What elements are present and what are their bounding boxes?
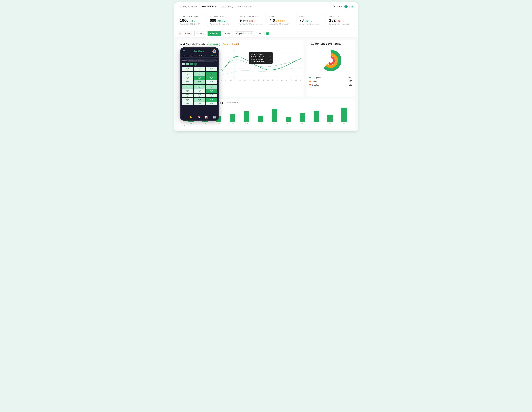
phone-logo: AppWork — [193, 50, 204, 53]
phone-footer: ⌂ ✋ 📅 📊 🏢 — [180, 114, 218, 120]
filter-tab-custom[interactable]: Custom — [183, 31, 195, 36]
stat-change-emergencies: +25% — [337, 20, 341, 22]
phone-footer-hand[interactable]: ✋ — [189, 116, 192, 118]
tooltip-dot-1 — [251, 58, 252, 60]
phone-grid: 0101001020010300111001121011360201002026… — [180, 67, 218, 105]
phone-nav-breakdown[interactable]: Unit Breakdown — [209, 55, 218, 57]
phone-cell: 03011 — [182, 85, 193, 89]
stat-compare-callbacks: Compared to (100 last month) — [299, 23, 322, 25]
phone-cell: 0502 — [194, 102, 205, 105]
legend-tab-open[interactable]: Open — [221, 43, 229, 46]
phone-header: AppWork 👤 — [180, 48, 218, 54]
bar-label: Sep — [301, 123, 304, 124]
filter-bar: 📅 Custom 3 Months 6 Months All Time Prop… — [174, 30, 358, 38]
bar — [314, 111, 319, 122]
donut-dot-created — [309, 84, 311, 86]
donut-label-completed: Completed — [312, 77, 322, 79]
chart-legend-tabs: Completed Open Created — [207, 43, 240, 46]
phone-legend-0: 0 — [182, 63, 185, 66]
phone-cell: 02038 — [206, 76, 217, 80]
stat-label-ratings: Ratings — [269, 15, 293, 17]
export-grid-icon[interactable]: ⊞ — [351, 5, 353, 8]
phone-nav-apprent[interactable]: AppRent Stats — [199, 55, 208, 57]
donut-legend-open: Open 200 — [309, 80, 352, 82]
legend-tab-created[interactable]: Created — [231, 43, 240, 46]
bar — [230, 114, 236, 122]
bar — [272, 109, 277, 122]
nav-work-orders[interactable]: Work Orders — [202, 5, 216, 8]
donut-chart-title: Total Work Orders by Properties — [309, 43, 352, 45]
tooltip-dot-0 — [251, 56, 252, 57]
phone-search-icon[interactable]: 🔍 — [215, 59, 217, 61]
main-content: Work Orders by Property Completed Open C… — [174, 38, 358, 131]
x-axis-labels: 1213141516 1718192021 2223242526 2728293… — [216, 79, 302, 81]
phone-cell: 01030 — [206, 67, 217, 71]
phone-cell: 04030 — [206, 94, 217, 97]
property-filter[interactable]: Property: ⌂ ⌂ ▼ — [234, 31, 254, 36]
stat-card-open: Open Work Orders 600 +101% ▲ Compared to… — [207, 13, 235, 27]
phone-cell: 04121 — [194, 98, 205, 102]
app-container: Property Summary Work Orders Make Ready … — [174, 2, 358, 131]
donut-label-created: Created — [312, 84, 319, 86]
bar-col: Sep — [296, 113, 309, 125]
phone-cell: 03120 — [194, 89, 205, 93]
nav-export: Export as: 👤 | ⊞ — [334, 5, 353, 8]
stat-compare-avg: Compared to (12 days last month) — [239, 23, 263, 25]
stat-arrow-open: ▲ — [224, 20, 226, 22]
phone-footer-home[interactable]: ⌂ — [183, 116, 184, 118]
phone-cell: 02124 — [194, 80, 205, 84]
hamburger-icon[interactable] — [183, 50, 185, 52]
phone-cell: 04020 — [194, 94, 205, 97]
phone-search-input[interactable] — [187, 59, 215, 62]
phone-footer-build[interactable]: 🏢 — [213, 116, 216, 118]
tooltip-row-0: Andover Woods 1 — [251, 56, 271, 58]
bar-col: Jun — [254, 115, 267, 124]
tooltip-label-1: Vermont Park — [253, 58, 269, 60]
export-person-icon[interactable]: 👤 — [344, 5, 348, 8]
export-bar-label: Export as: — [256, 32, 265, 35]
nav-property-summary[interactable]: Property Summary — [179, 5, 197, 8]
phone-footer-cal[interactable]: 📅 — [197, 116, 200, 118]
tooltip-box: March 14th 2020 Andover Woods 1 Vermont … — [248, 52, 273, 64]
tooltip-dot-2 — [251, 61, 252, 62]
nav-make-ready[interactable]: Make Ready — [221, 5, 233, 8]
bar-col: Dec — [338, 107, 351, 124]
bar-label: Nov — [329, 123, 331, 124]
nav-apprent-stats[interactable]: AppRent Stats — [238, 5, 253, 8]
stat-label-callbacks: Callbacks — [299, 15, 322, 17]
stat-value-avg: 9 DAYS -25% ▼ — [239, 18, 263, 23]
filter-tab-alltime[interactable]: All Time — [221, 31, 233, 36]
bar-col: Apr — [226, 114, 239, 124]
stat-change-avg: -25% — [249, 20, 253, 22]
phone-nav-makeready[interactable]: Make Ready — [190, 55, 198, 57]
export-bar-person-icon[interactable]: 👤 — [266, 32, 269, 35]
bar — [327, 115, 333, 122]
stat-compare-emergencies: Compared to (110 last month) — [329, 23, 352, 25]
phone-cell: 03023 — [194, 85, 205, 89]
tooltip-val-1: 5 — [270, 58, 271, 60]
phone-search-area: Search: 🔍 — [180, 57, 218, 63]
stat-value-callbacks: 78 +25% ▲ — [299, 18, 322, 23]
phone-legend: 0 1-5 5-9 1 — [180, 63, 218, 67]
phone-cell: 02131 — [206, 80, 217, 84]
bar-bottom-label: 40 — [180, 125, 352, 126]
export-divider: | — [349, 5, 350, 8]
phone-nav-workorders[interactable]: rk Orders — [183, 55, 188, 57]
stat-unit-avg: DAYS — [243, 20, 248, 22]
filter-tab-6months[interactable]: 6 Months — [208, 31, 221, 36]
legend-tab-completed[interactable]: Completed — [207, 43, 220, 46]
phone-search-label: Search: — [182, 59, 187, 61]
bar — [286, 117, 291, 122]
stat-arrow-completed: ▲ — [194, 20, 196, 22]
phone-cell: 04010 — [182, 94, 193, 97]
bar-time-filter[interactable]: Last 6 months ▼ — [225, 102, 238, 104]
phone-cell: 04136 — [206, 98, 217, 102]
tooltip-date: March 14th 2020 — [251, 53, 271, 55]
phone-legend-5-9: 5-9 — [190, 63, 193, 66]
phone-footer-chart[interactable]: 📊 — [205, 116, 208, 118]
stat-arrow-emergencies: ▼ — [342, 20, 344, 22]
filter-tab-3months[interactable]: 3 Months — [195, 31, 208, 36]
stat-value-ratings: 4.0 ★★★★☆ — [269, 18, 293, 23]
property-icon-2: ⌂ — [248, 32, 249, 35]
bar-col: Jul — [268, 109, 281, 124]
